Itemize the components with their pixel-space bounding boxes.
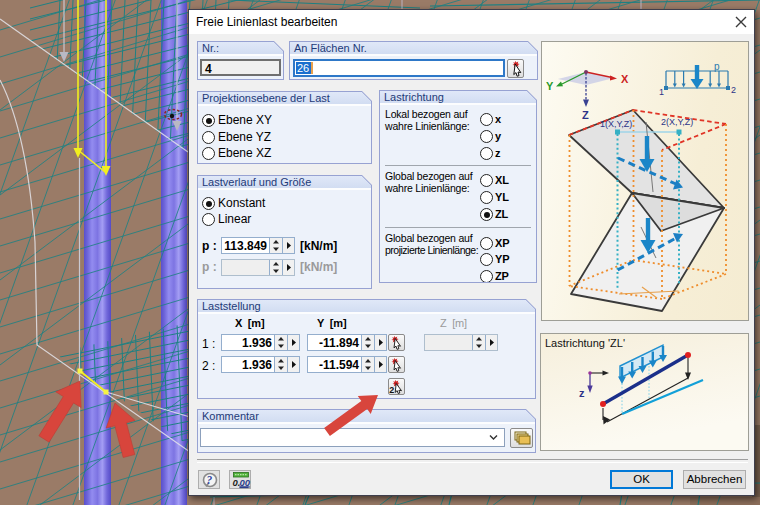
- svg-text:2: 2: [731, 85, 736, 95]
- svg-text:z: z: [579, 387, 585, 399]
- svg-text:?: ?: [207, 474, 213, 486]
- svg-text:1(X,Y,Z): 1(X,Y,Z): [600, 119, 632, 129]
- svg-text:2: 2: [389, 385, 394, 395]
- svg-text:Z: Z: [582, 109, 589, 121]
- svg-text:00: 00: [240, 477, 251, 488]
- svg-text:Y: Y: [546, 80, 554, 92]
- svg-text:X: X: [621, 73, 629, 85]
- svg-text:p: p: [714, 61, 720, 72]
- svg-text:Lastrichtung 'ZL': Lastrichtung 'ZL': [545, 337, 625, 349]
- svg-text:2(X,Y,Z): 2(X,Y,Z): [661, 117, 693, 127]
- svg-text:1: 1: [659, 87, 664, 97]
